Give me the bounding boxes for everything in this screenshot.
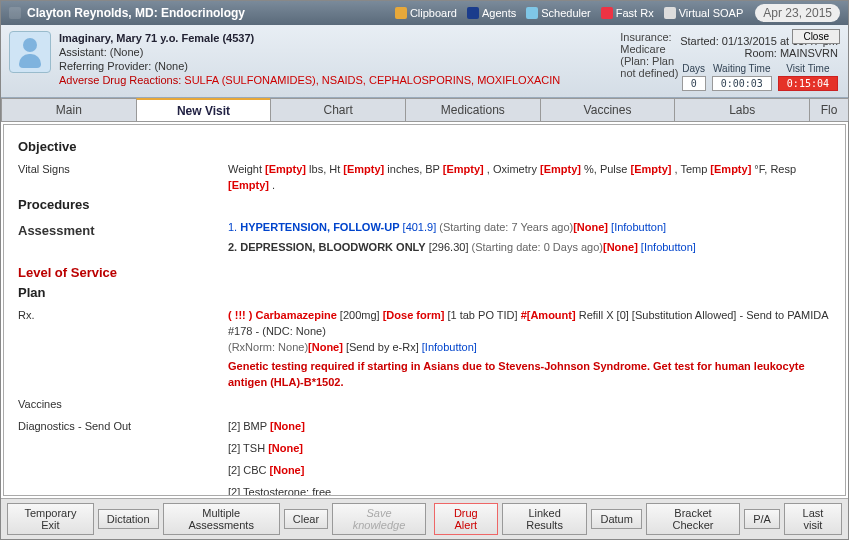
tab-flo[interactable]: Flo bbox=[809, 98, 849, 121]
datum-button[interactable]: Datum bbox=[591, 509, 641, 529]
days-box: 0 bbox=[682, 76, 706, 91]
diag-item: [2] CBC [None] bbox=[228, 462, 831, 478]
assessment-heading: Assessment bbox=[18, 223, 228, 255]
patient-info: Imaginary, Mary 71 y.o. Female (4537) As… bbox=[59, 31, 560, 91]
los-heading: Level of Service bbox=[18, 265, 831, 281]
tab-chart[interactable]: Chart bbox=[270, 98, 406, 121]
close-button[interactable]: Close bbox=[792, 29, 840, 44]
linked-results-button[interactable]: Linked Results bbox=[502, 503, 588, 535]
infobutton-link[interactable]: [Infobutton] bbox=[608, 221, 666, 233]
objective-heading: Objective bbox=[18, 139, 831, 155]
virtualsoap-icon bbox=[664, 7, 676, 19]
bracket-checker-button[interactable]: Bracket Checker bbox=[646, 503, 740, 535]
dictation-button[interactable]: Dictation bbox=[98, 509, 159, 529]
diag-item: [2] TSH [None] bbox=[228, 440, 831, 456]
procedures-heading: Procedures bbox=[18, 197, 831, 213]
vitals-label: Vital Signs bbox=[18, 161, 228, 193]
vaccines-label: Vaccines bbox=[18, 396, 228, 412]
tab-vaccines[interactable]: Vaccines bbox=[540, 98, 676, 121]
temporary-exit-button[interactable]: Temporary Exit bbox=[7, 503, 94, 535]
drug-alert-button[interactable]: Drug Alert bbox=[434, 503, 498, 535]
nav-clipboard[interactable]: Clipboard bbox=[395, 7, 457, 19]
patient-avatar bbox=[9, 31, 51, 73]
soap-content[interactable]: Objective Vital Signs Weight [Empty] lbs… bbox=[3, 124, 846, 496]
tab-main[interactable]: Main bbox=[1, 98, 137, 121]
last-visit-button[interactable]: Last visit bbox=[784, 503, 842, 535]
app-title: Clayton Reynolds, MD: Endocrinology bbox=[27, 6, 245, 20]
diag-item: [2] BMP [None] bbox=[228, 418, 831, 434]
titlebar: Clayton Reynolds, MD: Endocrinology Clip… bbox=[1, 1, 848, 25]
tab-medications[interactable]: Medications bbox=[405, 98, 541, 121]
nav-scheduler[interactable]: Scheduler bbox=[526, 7, 591, 19]
nav-fastrx[interactable]: Fast Rx bbox=[601, 7, 654, 19]
scheduler-icon bbox=[526, 7, 538, 19]
insurance-info: Insurance: Medicare (Plan: Plan not defi… bbox=[560, 31, 680, 91]
clipboard-icon bbox=[395, 7, 407, 19]
tab-labs[interactable]: Labs bbox=[674, 98, 810, 121]
nav-virtualsoap[interactable]: Virtual SOAP bbox=[664, 7, 744, 19]
tabstrip: Main New Visit Chart Medications Vaccine… bbox=[1, 98, 848, 122]
multiple-assessments-button[interactable]: Multiple Assessments bbox=[163, 503, 280, 535]
infobutton-link[interactable]: [Infobutton] bbox=[422, 341, 477, 353]
diag-item: [2] Testosterone: free bbox=[228, 484, 831, 496]
agents-icon bbox=[467, 7, 479, 19]
user-icon bbox=[9, 7, 21, 19]
save-knowledge-button[interactable]: Save knowledge bbox=[332, 503, 426, 535]
infobutton-link[interactable]: [Infobutton] bbox=[638, 241, 696, 253]
plan-heading: Plan bbox=[18, 285, 831, 301]
rx-label: Rx. bbox=[18, 307, 228, 390]
nav-agents[interactable]: Agents bbox=[467, 7, 516, 19]
fastrx-icon bbox=[601, 7, 613, 19]
clear-button[interactable]: Clear bbox=[284, 509, 328, 529]
patient-bar: Imaginary, Mary 71 y.o. Female (4537) As… bbox=[1, 25, 848, 98]
footer-toolbar: Temporary Exit Dictation Multiple Assess… bbox=[1, 498, 848, 539]
rx-warning: Genetic testing required if starting in … bbox=[228, 358, 831, 390]
rx-value: ( !!! ) Carbamazepine [200mg] [Dose form… bbox=[228, 307, 831, 390]
assessment-item: 1. HYPERTENSION, FOLLOW-UP [401.9] (Star… bbox=[228, 219, 831, 235]
diag-out-label: Diagnostics - Send Out bbox=[18, 418, 228, 496]
waiting-box: 0:00:03 bbox=[712, 76, 772, 91]
pa-button[interactable]: P/A bbox=[744, 509, 780, 529]
date-display: Apr 23, 2015 bbox=[755, 4, 840, 22]
assessment-item: 2. DEPRESSION, BLOODWORK ONLY [296.30] (… bbox=[228, 239, 831, 255]
ehr-window: Clayton Reynolds, MD: Endocrinology Clip… bbox=[0, 0, 849, 540]
vitals-value: Weight [Empty] lbs, Ht [Empty] inches, B… bbox=[228, 161, 831, 193]
tab-new-visit[interactable]: New Visit bbox=[136, 98, 272, 121]
visit-time-box: 0:15:04 bbox=[778, 76, 838, 91]
visit-meta: Close Started: 01/13/2015 at 05:47 pm Ro… bbox=[680, 31, 838, 91]
patient-name: Imaginary, Mary 71 y.o. Female (4537) bbox=[59, 31, 560, 45]
